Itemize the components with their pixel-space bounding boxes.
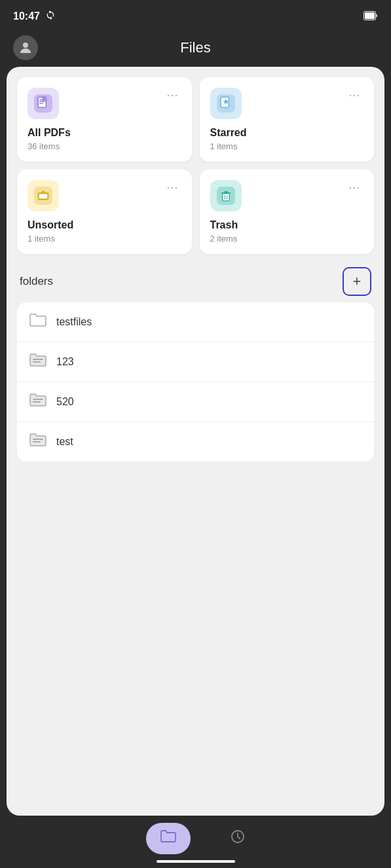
svg-rect-1 [365,12,375,19]
category-card-unsorted[interactable]: ⋯ Unsorted 1 items [17,170,192,254]
folder-name-123: 123 [56,356,74,368]
folder-filled-icon [29,433,47,451]
category-card-starred[interactable]: ⋯ Starred 1 items [200,77,375,162]
category-card-all-pdfs[interactable]: ⋯ All PDFs 36 items [17,77,192,162]
folders-label: folders [20,275,53,288]
status-bar: 10:47 [0,0,391,33]
trash-more-btn[interactable]: ⋯ [346,180,363,194]
app-header: Files [0,33,391,67]
svg-rect-8 [42,96,46,101]
folders-section: folders + testfiles [17,267,374,461]
trash-count: 2 items [210,234,364,244]
starred-icon-wrap [210,88,242,119]
nav-recent-button[interactable] [230,829,246,848]
bottom-nav-wrap [0,816,391,868]
list-item[interactable]: 520 [17,382,374,422]
battery-icon [363,10,378,24]
add-folder-button[interactable]: + [343,267,371,296]
home-indicator [157,860,235,863]
svg-rect-16 [222,194,229,201]
folder-filled-icon [29,353,47,371]
folder-name-test: test [56,436,73,448]
svg-rect-25 [33,439,43,440]
starred-name: Starred [210,127,364,139]
svg-rect-18 [224,191,227,193]
card-top: ⋯ [210,88,364,119]
main-content: ⋯ All PDFs 36 items ⋯ Starred 1 items [7,67,384,816]
pdf-icon-wrap [28,88,59,119]
all-pdfs-more-btn[interactable]: ⋯ [164,88,181,102]
folder-empty-icon [29,313,47,331]
svg-rect-7 [39,103,43,103]
status-time: 10:47 [13,10,40,22]
all-pdfs-name: All PDFs [28,127,181,139]
svg-rect-26 [33,441,41,443]
trash-icon-wrap [210,180,242,211]
svg-rect-21 [33,359,43,360]
svg-rect-6 [39,101,45,102]
svg-rect-22 [33,361,41,363]
svg-rect-14 [39,194,48,200]
category-grid: ⋯ All PDFs 36 items ⋯ Starred 1 items [17,77,374,254]
card-top: ⋯ [28,88,181,119]
unsorted-count: 1 items [28,234,181,244]
folders-header: folders + [17,267,374,296]
list-item[interactable]: test [17,422,374,461]
clock-nav-icon [230,829,246,848]
card-top: ⋯ [28,180,181,211]
all-pdfs-count: 36 items [28,141,181,151]
svg-rect-23 [33,399,43,400]
starred-more-btn[interactable]: ⋯ [346,88,363,102]
svg-rect-24 [33,401,41,403]
folder-name-testfiles: testfiles [56,316,92,328]
page-title: Files [180,39,210,56]
folder-name-520: 520 [56,396,74,408]
status-left: 10:47 [13,10,56,23]
list-item[interactable]: testfiles [17,302,374,342]
unsorted-more-btn[interactable]: ⋯ [164,180,181,194]
unsorted-icon-wrap [28,180,59,211]
trash-name: Trash [210,219,364,231]
category-card-trash[interactable]: ⋯ Trash 2 items [200,170,375,254]
svg-point-2 [23,43,28,48]
card-top: ⋯ [210,180,364,211]
files-nav-icon [160,829,176,848]
nav-files-button[interactable] [146,823,191,854]
list-item[interactable]: 123 [17,342,374,382]
folder-list: testfiles 123 [17,302,374,461]
starred-count: 1 items [210,141,364,151]
avatar[interactable] [13,35,38,60]
sync-icon [45,10,56,23]
folder-filled-icon [29,393,47,411]
unsorted-name: Unsorted [28,219,181,231]
